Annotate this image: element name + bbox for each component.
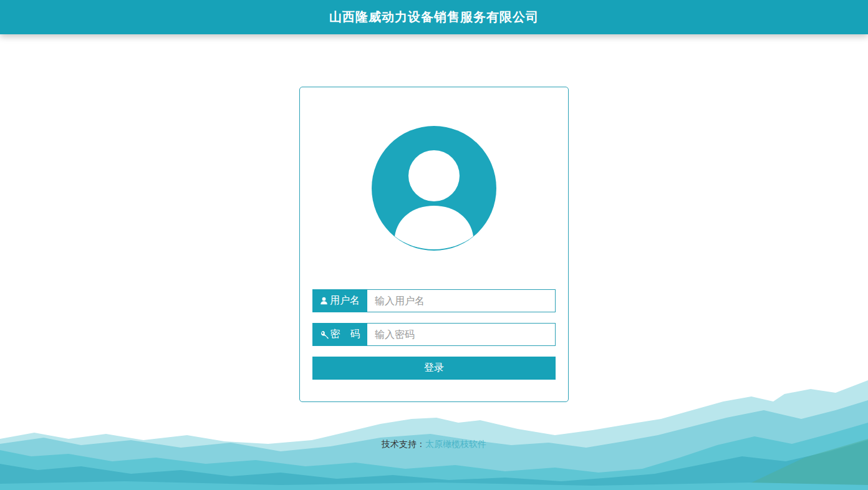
password-label-text: 密 码 [330, 328, 360, 341]
login-form: 用户名 密 码 登录 [300, 289, 568, 380]
page-title: 山西隆威动力设备销售服务有限公司 [329, 9, 539, 26]
username-label: 用户名 [312, 289, 367, 312]
username-input[interactable] [367, 289, 556, 312]
user-icon [320, 297, 328, 305]
user-avatar-icon [372, 126, 496, 251]
password-input[interactable] [367, 323, 556, 346]
username-label-text: 用户名 [330, 294, 360, 307]
login-button[interactable]: 登录 [312, 357, 556, 380]
footer: 技术支持：太原橄榄枝软件 [0, 439, 868, 450]
username-group: 用户名 [312, 289, 556, 312]
support-link[interactable]: 太原橄榄枝软件 [425, 439, 486, 449]
header-bar: 山西隆威动力设备销售服务有限公司 [0, 0, 868, 34]
support-label: 技术支持： [382, 439, 425, 449]
password-group: 密 码 [312, 323, 556, 346]
key-icon [320, 330, 329, 339]
password-label: 密 码 [312, 323, 367, 346]
login-card: 用户名 密 码 登录 [299, 87, 569, 402]
